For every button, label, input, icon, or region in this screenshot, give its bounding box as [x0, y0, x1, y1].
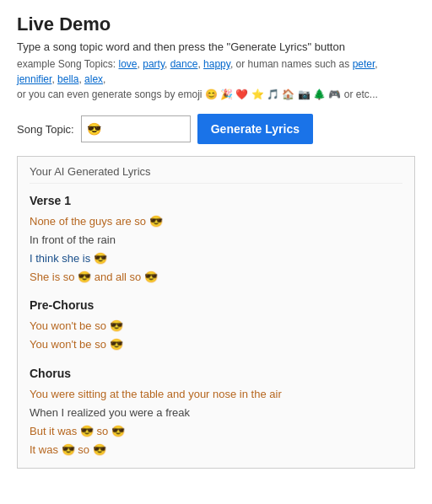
example-link-love[interactable]: love: [119, 58, 138, 70]
etc-label: or etc...: [344, 88, 378, 100]
lyric-line: I think she is 😎: [30, 249, 402, 268]
section-title-chorus: Chorus: [30, 367, 402, 380]
example-link-happy[interactable]: happy: [203, 58, 230, 70]
lyric-line: You were sitting at the table and your n…: [30, 385, 402, 404]
generate-lyrics-button[interactable]: Generate Lyrics: [197, 114, 313, 144]
lyric-line: It was 😎 so 😎: [30, 441, 402, 459]
lyric-line: None of the guys are so 😎: [30, 212, 402, 231]
example-link-dance[interactable]: dance: [170, 58, 198, 70]
example-link-jennifier[interactable]: jennifier: [17, 73, 51, 85]
input-row: Song Topic: Generate Lyrics: [17, 114, 415, 144]
emoji-note: or you can even generate songs by emoji: [17, 88, 202, 100]
lyrics-header: Your AI Generated Lyrics: [30, 165, 402, 184]
lyric-line: When I realized you were a freak: [30, 404, 402, 422]
lyrics-box: Your AI Generated Lyrics Verse 1 None of…: [17, 156, 415, 469]
lyrics-content: Verse 1 None of the guys are so 😎 In fro…: [30, 194, 402, 459]
examples-label: example Song Topics:: [17, 58, 116, 70]
names-label: or human names such as: [236, 58, 350, 70]
song-topic-label: Song Topic:: [17, 123, 74, 136]
song-topic-input[interactable]: [81, 115, 191, 142]
examples-section: example Song Topics: love, party, dance,…: [17, 56, 415, 102]
example-link-bella[interactable]: bella: [57, 73, 78, 85]
example-link-party[interactable]: party: [143, 58, 165, 70]
section-title-verse1: Verse 1: [30, 194, 402, 207]
section-title-pre-chorus: Pre-Chorus: [30, 298, 402, 312]
lyric-line: You won't be so 😎: [30, 317, 402, 335]
lyric-line: You won't be so 😎: [30, 335, 402, 354]
example-link-alex[interactable]: alex: [84, 73, 103, 85]
lyric-line: But it was 😎 so 😎: [30, 422, 402, 441]
lyric-line: She is so 😎 and all so 😎: [30, 268, 402, 287]
example-link-peter[interactable]: peter: [353, 58, 375, 70]
page-title: Live Demo: [17, 13, 415, 35]
subtitle-text: Type a song topic word and then press th…: [17, 40, 415, 53]
lyric-line: In front of the rain: [30, 231, 402, 249]
